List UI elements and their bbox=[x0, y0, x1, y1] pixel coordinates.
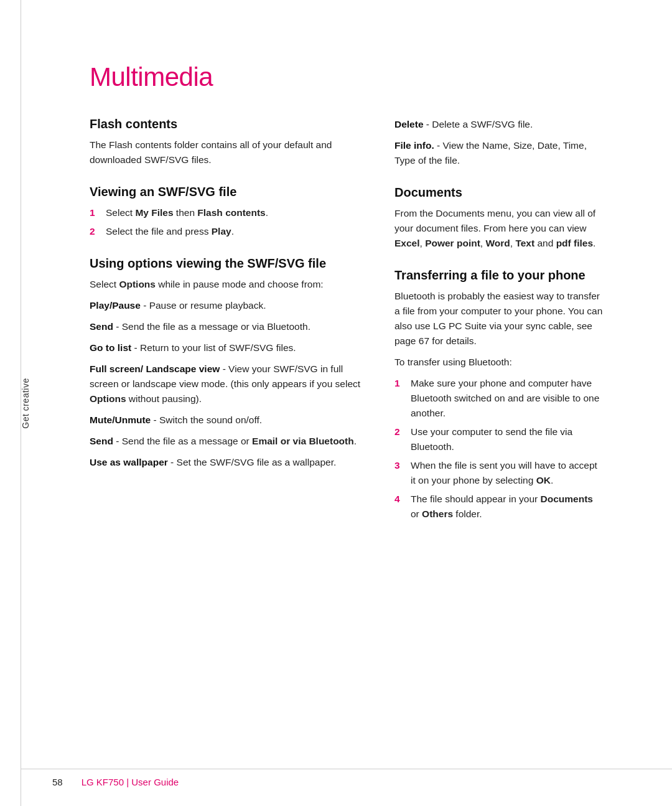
flash-contents-heading: Flash contents bbox=[90, 117, 363, 131]
transferring-intro1: Bluetooth is probably the easiest way to… bbox=[394, 289, 604, 349]
footer-brand: LG KF750 | User Guide bbox=[82, 777, 179, 787]
option-term: Send bbox=[90, 436, 113, 446]
option-term: Play/Pause bbox=[90, 300, 141, 311]
transferring-list: 1 Make sure your phone and computer have… bbox=[394, 376, 604, 522]
left-column: Flash contents The Flash contents folder… bbox=[90, 117, 363, 528]
using-options-heading: Using options viewing the SWF/SVG file bbox=[90, 256, 363, 271]
page-title: Multimedia bbox=[90, 62, 604, 92]
list-item-text: Select My Files then Flash contents. bbox=[106, 205, 268, 220]
documents-heading: Documents bbox=[394, 185, 604, 200]
right-column: Delete - Delete a SWF/SVG file. File inf… bbox=[394, 117, 604, 528]
option-term: Go to list bbox=[90, 342, 131, 353]
list-num: 1 bbox=[90, 205, 103, 220]
viewing-swf-heading: Viewing an SWF/SVG file bbox=[90, 185, 363, 199]
list-num: 2 bbox=[394, 424, 408, 439]
flash-contents-body: The Flash contents folder contains all o… bbox=[90, 138, 363, 167]
list-item-text: Use your computer to send the file via B… bbox=[411, 424, 604, 454]
sidebar: Get creative bbox=[0, 0, 21, 806]
list-item-text: Select the file and press Play. bbox=[106, 224, 234, 239]
transferring-intro2: To transfer using Bluetooth: bbox=[394, 355, 604, 370]
footer-page-number: 58 bbox=[52, 777, 63, 787]
list-item-text: When the file is sent you will have to a… bbox=[411, 458, 604, 488]
list-item-text: The file should appear in your Documents… bbox=[411, 492, 604, 522]
option-send-2: Send - Send the file as a message or Ema… bbox=[90, 434, 363, 449]
documents-body: From the Documents menu, you can view al… bbox=[394, 206, 604, 251]
transferring-heading: Transferring a file to your phone bbox=[394, 268, 604, 283]
option-fullscreen: Full screen/ Landscape view - View your … bbox=[90, 362, 363, 406]
list-item-text: Make sure your phone and computer have B… bbox=[411, 376, 604, 421]
list-item: 4 The file should appear in your Documen… bbox=[394, 492, 604, 522]
option-term: Delete bbox=[394, 119, 424, 129]
option-term: Mute/Unmute bbox=[90, 415, 151, 425]
list-item: 1 Select My Files then Flash contents. bbox=[90, 205, 363, 220]
option-mute: Mute/Unmute - Switch the sound on/off. bbox=[90, 413, 363, 428]
list-num: 1 bbox=[394, 376, 408, 391]
list-item: 1 Make sure your phone and computer have… bbox=[394, 376, 604, 421]
list-item: 2 Select the file and press Play. bbox=[90, 224, 363, 239]
option-send-1: Send - Send the file as a message or via… bbox=[90, 319, 363, 334]
list-item: 2 Use your computer to send the file via… bbox=[394, 424, 604, 454]
option-go-to-list: Go to list - Return to your list of SWF/… bbox=[90, 340, 363, 355]
sidebar-label: Get creative bbox=[21, 378, 30, 428]
option-wallpaper: Use as wallpaper - Set the SWF/SVG file … bbox=[90, 455, 363, 470]
viewing-swf-list: 1 Select My Files then Flash contents. 2… bbox=[90, 205, 363, 239]
option-delete: Delete - Delete a SWF/SVG file. bbox=[394, 117, 604, 132]
option-term: Send bbox=[90, 321, 113, 332]
list-num: 3 bbox=[394, 458, 408, 473]
option-term: File info. bbox=[394, 140, 434, 151]
option-play-pause: Play/Pause - Pause or resume playback. bbox=[90, 298, 363, 313]
list-num: 4 bbox=[394, 492, 408, 507]
footer: 58 LG KF750 | User Guide bbox=[21, 769, 672, 787]
list-num: 2 bbox=[90, 224, 103, 239]
using-options-intro: Select Options while in pause mode and c… bbox=[90, 277, 363, 292]
list-item: 3 When the file is sent you will have to… bbox=[394, 458, 604, 488]
option-term: Full screen/ Landscape view bbox=[90, 363, 220, 374]
option-file-info: File info. - View the Name, Size, Date, … bbox=[394, 138, 604, 168]
option-term: Use as wallpaper bbox=[90, 457, 168, 467]
